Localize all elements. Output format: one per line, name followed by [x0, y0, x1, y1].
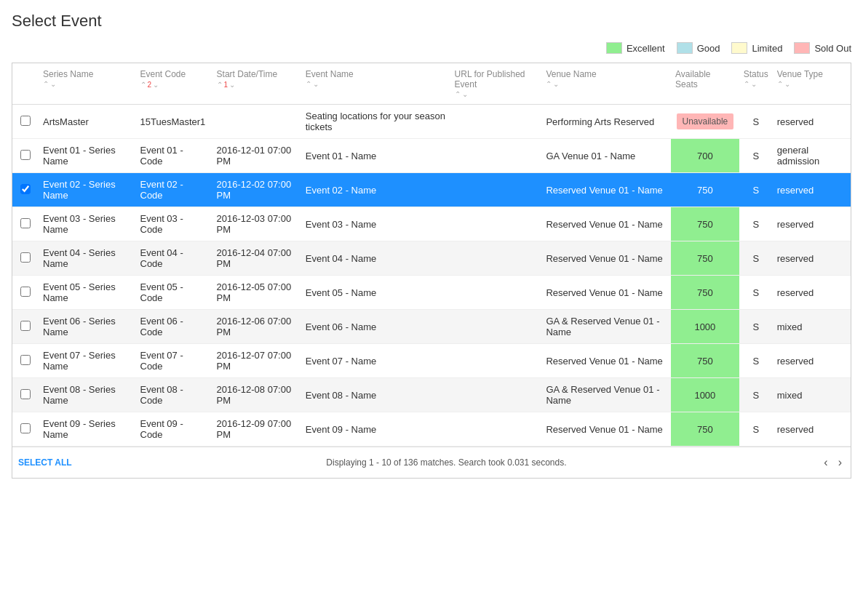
select-all-button[interactable]: SELECT ALL	[18, 457, 72, 468]
cell-url-published	[450, 276, 542, 310]
sort-desc-event-name[interactable]: ⌄	[313, 81, 319, 88]
row-checkbox-cell[interactable]	[12, 241, 39, 276]
table-row[interactable]: Event 04 - Series NameEvent 04 - Code201…	[12, 241, 851, 276]
sort-desc-status[interactable]: ⌄	[751, 81, 757, 88]
cell-venue-type: reserved	[773, 207, 851, 241]
cell-event-name: Event 05 - Name	[301, 276, 450, 310]
row-checkbox-cell[interactable]	[12, 310, 39, 344]
row-checkbox[interactable]	[20, 423, 31, 433]
col-start-datetime: Start Date/Time ⌃1 ⌄	[212, 63, 301, 105]
row-checkbox-cell[interactable]	[12, 412, 39, 447]
row-checkbox[interactable]	[20, 252, 31, 263]
sort-asc-status[interactable]: ⌃	[744, 81, 749, 88]
cell-start-datetime: 2016-12-01 07:00 PM	[212, 139, 301, 173]
cell-venue-type: mixed	[773, 378, 851, 412]
table-row[interactable]: Event 01 - Series NameEvent 01 - Code201…	[12, 139, 851, 173]
sort-asc-start-datetime[interactable]: ⌃	[217, 81, 223, 89]
sort-desc-series-name[interactable]: ⌄	[50, 81, 56, 88]
soldout-swatch	[794, 42, 810, 54]
event-table: Series Name ⌃ ⌄ Event Code ⌃2 ⌄ Start Da…	[12, 63, 851, 447]
col-event-name: Event Name ⌃ ⌄	[301, 63, 450, 105]
table-row[interactable]: Event 09 - Series NameEvent 09 - Code201…	[12, 412, 851, 447]
table-row[interactable]: ArtsMaster15TuesMaster1Seating locations…	[12, 105, 851, 139]
cell-series-name: Event 03 - Series Name	[39, 207, 136, 241]
cell-url-published	[450, 139, 542, 173]
cell-series-name: Event 01 - Series Name	[39, 139, 136, 173]
legend-item-good: Good	[677, 42, 720, 54]
row-checkbox[interactable]	[20, 355, 31, 365]
row-checkbox-cell[interactable]	[12, 173, 39, 207]
sort-desc-url-published[interactable]: ⌄	[462, 91, 468, 98]
cell-status: S	[739, 412, 773, 447]
limited-label: Limited	[752, 43, 782, 54]
prev-page-button[interactable]: ‹	[821, 455, 830, 471]
sort-asc-url-published[interactable]: ⌃	[455, 91, 461, 98]
table-row[interactable]: Event 06 - Series NameEvent 06 - Code201…	[12, 310, 851, 344]
table-row[interactable]: Event 02 - Series NameEvent 02 - Code201…	[12, 173, 851, 207]
table-row[interactable]: Event 05 - Series NameEvent 05 - Code201…	[12, 276, 851, 310]
row-checkbox[interactable]	[20, 116, 31, 126]
sort-desc-event-code[interactable]: ⌄	[153, 81, 159, 89]
row-checkbox-cell[interactable]	[12, 105, 39, 139]
cell-event-code: Event 09 - Code	[136, 412, 212, 447]
col-label-venue-type: Venue Type	[777, 69, 846, 79]
cell-series-name: Event 06 - Series Name	[39, 310, 136, 344]
sort-asc-venue-name[interactable]: ⌃	[546, 81, 552, 88]
excellent-swatch	[606, 42, 622, 54]
row-checkbox[interactable]	[20, 150, 31, 160]
cell-event-code: Event 08 - Code	[136, 378, 212, 412]
table-row[interactable]: Event 03 - Series NameEvent 03 - Code201…	[12, 207, 851, 241]
good-swatch	[677, 42, 693, 54]
cell-status: S	[739, 310, 773, 344]
cell-url-published	[450, 310, 542, 344]
cell-venue-type: reserved	[773, 173, 851, 207]
cell-series-name: ArtsMaster	[39, 105, 136, 139]
cell-venue-name: Reserved Venue 01 - Name	[541, 207, 671, 241]
legend-item-excellent: Excellent	[606, 42, 665, 54]
sort-badge-start-datetime: 1	[224, 81, 228, 89]
cell-event-code: Event 07 - Code	[136, 344, 212, 378]
row-checkbox-cell[interactable]	[12, 207, 39, 241]
cell-status: S	[739, 378, 773, 412]
row-checkbox-cell[interactable]	[12, 139, 39, 173]
cell-event-name: Event 07 - Name	[301, 344, 450, 378]
cell-status: S	[739, 241, 773, 276]
row-checkbox-cell[interactable]	[12, 276, 39, 310]
cell-event-code: Event 01 - Code	[136, 139, 212, 173]
sort-asc-series-name[interactable]: ⌃	[43, 81, 49, 88]
sort-asc-venue-type[interactable]: ⌃	[777, 81, 783, 88]
legend: ExcellentGoodLimitedSold Out	[12, 42, 851, 54]
cell-url-published	[450, 378, 542, 412]
table-row[interactable]: Event 08 - Series NameEvent 08 - Code201…	[12, 378, 851, 412]
row-checkbox[interactable]	[20, 287, 31, 297]
row-checkbox-cell[interactable]	[12, 344, 39, 378]
col-venue-type: Venue Type ⌃ ⌄	[773, 63, 851, 105]
cell-venue-type: reserved	[773, 412, 851, 447]
table-row[interactable]: Event 07 - Series NameEvent 07 - Code201…	[12, 344, 851, 378]
row-checkbox[interactable]	[20, 218, 31, 228]
cell-venue-name: GA & Reserved Venue 01 - Name	[541, 310, 671, 344]
cell-venue-name: Reserved Venue 01 - Name	[541, 276, 671, 310]
sort-asc-event-name[interactable]: ⌃	[306, 81, 311, 88]
pagination: ‹ ›	[821, 455, 845, 471]
sort-badge-event-code: 2	[148, 81, 152, 89]
cell-series-name: Event 09 - Series Name	[39, 412, 136, 447]
next-page-button[interactable]: ›	[835, 455, 845, 471]
cell-venue-type: reserved	[773, 344, 851, 378]
sort-desc-venue-name[interactable]: ⌄	[553, 81, 559, 88]
sort-asc-event-code[interactable]: ⌃	[140, 81, 146, 89]
cell-available-seats: 1000	[671, 378, 739, 412]
cell-series-name: Event 05 - Series Name	[39, 276, 136, 310]
cell-available-seats: 750	[671, 207, 739, 241]
sort-desc-start-datetime[interactable]: ⌄	[229, 81, 235, 89]
row-checkbox[interactable]	[20, 321, 31, 331]
display-info: Displaying 1 - 10 of 136 matches. Search…	[72, 457, 822, 468]
sort-desc-venue-type[interactable]: ⌄	[784, 81, 790, 88]
row-checkbox-cell[interactable]	[12, 378, 39, 412]
col-label-start-datetime: Start Date/Time	[217, 69, 297, 79]
row-checkbox[interactable]	[20, 184, 31, 194]
row-checkbox[interactable]	[20, 389, 31, 399]
col-event-code: Event Code ⌃2 ⌄	[136, 63, 212, 105]
cell-event-name: Seating locations for your season ticket…	[301, 105, 450, 139]
col-checkbox	[12, 63, 39, 105]
